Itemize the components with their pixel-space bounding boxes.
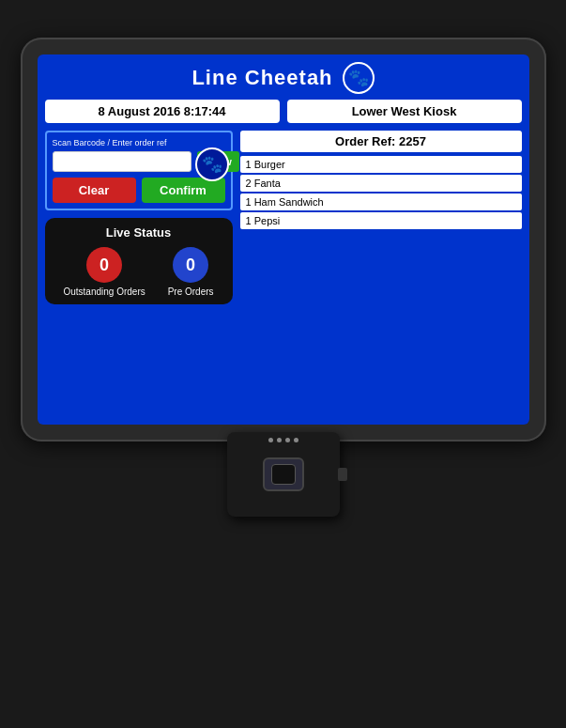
order-items: 1 Burger2 Fanta1 Ham Sandwich1 Pepsi [240, 156, 522, 229]
datetime-box: 8 August 2016 8:17:44 [45, 100, 280, 123]
pre-orders-counter: 0 Pre Orders [168, 247, 214, 297]
header-row: Line Cheetah 🐾 [45, 62, 522, 94]
screen: Line Cheetah 🐾 8 August 2016 8:17:44 Low… [38, 54, 529, 425]
info-row: 8 August 2016 8:17:44 Lower West Kiosk [45, 100, 522, 123]
scanner-device [227, 432, 340, 517]
scan-label: Scan Barcode / Enter order ref [53, 138, 225, 147]
scanner-light-4 [294, 438, 298, 442]
confirm-button[interactable]: Confirm [142, 178, 225, 203]
order-item: 1 Burger [240, 156, 522, 173]
live-status-title: Live Status [53, 225, 225, 240]
clear-button[interactable]: Clear [53, 178, 136, 203]
barcode-input[interactable] [53, 151, 191, 172]
tablet-shell: Line Cheetah 🐾 8 August 2016 8:17:44 Low… [21, 38, 546, 441]
outstanding-orders-counter: 0 Outstanding Orders [63, 247, 145, 297]
action-row: Clear Confirm [53, 178, 225, 203]
order-header: Order Ref: 2257 [240, 131, 522, 152]
status-counters: 0 Outstanding Orders 0 Pre Orders [53, 247, 225, 297]
outstanding-count-circle: 0 [86, 247, 122, 283]
order-item: 1 Ham Sandwich [240, 194, 522, 210]
app-title: Line Cheetah [191, 66, 332, 90]
order-item: 1 Pepsi [240, 212, 522, 229]
scan-area-inner: Show 🐾 Clear Confirm [53, 151, 225, 203]
scanner-light-2 [277, 438, 282, 442]
outstanding-orders-label: Outstanding Orders [63, 287, 145, 297]
live-status-panel: Live Status 0 Outstanding Orders 0 Pre O… [45, 218, 233, 304]
main-content: Scan Barcode / Enter order ref Show 🐾 Cl… [45, 131, 522, 417]
scanner-light-1 [268, 438, 273, 442]
location-box: Lower West Kiosk [287, 100, 522, 123]
pre-orders-label: Pre Orders [168, 287, 214, 297]
paw-icon: 🐾 [343, 62, 375, 94]
scan-input-row: Show 🐾 [53, 151, 225, 172]
scan-paw-icon: 🐾 [195, 147, 229, 181]
scanner-port [338, 468, 347, 481]
right-panel: Order Ref: 2257 1 Burger2 Fanta1 Ham San… [240, 131, 522, 417]
left-panel: Scan Barcode / Enter order ref Show 🐾 Cl… [45, 131, 233, 417]
order-item: 2 Fanta [240, 175, 522, 192]
scan-area: Scan Barcode / Enter order ref Show 🐾 Cl… [45, 131, 233, 210]
scanner-light-3 [285, 438, 290, 442]
pre-orders-count-circle: 0 [173, 247, 208, 283]
scanner-lights [268, 438, 298, 442]
scanner-lens [263, 457, 304, 491]
